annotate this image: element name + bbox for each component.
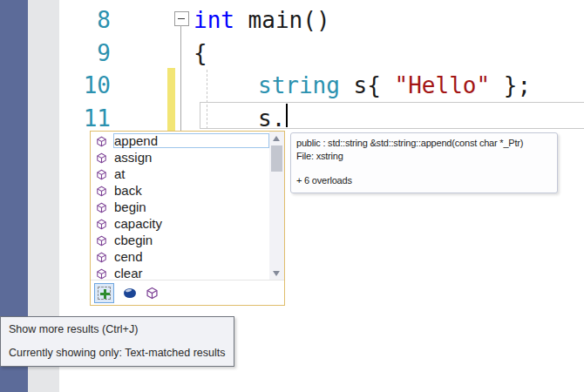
keywords-filter-icon[interactable] — [124, 288, 136, 298]
scroll-down-icon[interactable] — [273, 271, 280, 276]
completion-item-box: cend — [113, 249, 269, 264]
results-status-tooltip: Show more results (Ctrl+J) Currently sho… — [0, 316, 234, 367]
completion-item-label: back — [114, 183, 142, 198]
completion-item[interactable]: back — [91, 182, 269, 199]
vs-editor-window: 891011 int main(){string s{ "Hello" };s.… — [0, 0, 584, 392]
method-cube-icon — [96, 218, 107, 229]
current-line-highlight — [200, 102, 584, 129]
outline-scope-line — [180, 25, 181, 131]
scroll-up-icon[interactable] — [273, 136, 280, 141]
text-caret — [286, 104, 288, 127]
completion-item-label: at — [114, 166, 126, 181]
signature-text: public : std::string &std::string::appen… — [296, 137, 552, 150]
method-cube-icon — [96, 267, 107, 279]
completion-item-box: clear — [113, 266, 269, 280]
method-cube-icon — [96, 152, 107, 163]
method-cube-icon — [96, 185, 107, 196]
completion-item-box: at — [113, 166, 269, 181]
show-more-results-hint: Show more results (Ctrl+J) — [9, 323, 226, 335]
method-cube-icon — [96, 234, 107, 246]
collapse-minus-icon — [178, 18, 185, 19]
completion-item-label: cend — [114, 249, 143, 264]
completion-item-box: back — [113, 183, 269, 198]
code-token: s{ — [340, 72, 395, 98]
code-token: string — [258, 72, 340, 98]
completion-item[interactable]: cend — [91, 248, 269, 265]
completion-item-box: append — [113, 133, 269, 148]
completion-item[interactable]: cbegin — [91, 232, 269, 248]
method-cube-icon — [96, 135, 107, 146]
code-token: int — [194, 7, 234, 33]
code-line[interactable]: { — [194, 37, 207, 70]
method-cube-icon — [96, 251, 107, 262]
completion-item-label: begin — [114, 199, 146, 214]
signature-file: File: xstring — [296, 150, 552, 163]
completion-item[interactable]: at — [91, 166, 269, 182]
completion-item[interactable]: capacity — [91, 215, 269, 232]
scrollbar-thumb[interactable] — [271, 145, 282, 172]
completion-item[interactable]: begin — [91, 199, 269, 215]
code-token: }; — [490, 72, 531, 98]
completion-item-box: begin — [113, 199, 269, 214]
completion-item-label: assign — [114, 150, 152, 165]
completion-item-box: cbegin — [113, 233, 269, 247]
code-line[interactable]: string s{ "Hello" }; — [258, 70, 531, 102]
overloads-count: + 6 overloads — [296, 174, 552, 187]
completion-item-label: cbegin — [114, 233, 153, 247]
line-number: 8 — [59, 4, 111, 37]
completion-item-box: assign — [113, 150, 269, 165]
method-cube-icon — [96, 201, 107, 213]
methods-filter-icon[interactable] — [146, 287, 159, 300]
code-token: { — [194, 40, 207, 66]
completion-item[interactable]: assign — [91, 149, 269, 166]
method-cube-icon — [96, 168, 107, 179]
code-line[interactable]: int main() — [194, 4, 330, 37]
completion-list: appendassignatbackbegincapacitycbegincen… — [91, 132, 269, 281]
signature-tooltip: public : std::string &std::string::appen… — [290, 132, 558, 193]
show-more-results-icon[interactable] — [94, 283, 114, 303]
line-number: 11 — [59, 103, 111, 135]
completion-item-label: append — [114, 133, 158, 148]
completion-item-box: capacity — [113, 216, 269, 231]
code-token: main() — [234, 7, 330, 33]
completion-item[interactable]: append — [91, 132, 269, 149]
code-token: "Hello" — [395, 72, 491, 98]
intellisense-popup: appendassignatbackbegincapacitycbegincen… — [90, 131, 285, 306]
changed-lines-bar — [167, 68, 175, 131]
completion-scrollbar[interactable] — [269, 132, 284, 280]
completion-filter-toolbar — [91, 280, 284, 305]
filter-status-text: Currently showing only: Text-matched res… — [9, 347, 226, 359]
line-number: 9 — [59, 37, 111, 70]
line-number: 10 — [59, 70, 111, 102]
completion-item-label: capacity — [114, 216, 162, 231]
collapse-toggle[interactable] — [174, 11, 189, 26]
completion-item-label: clear — [114, 266, 143, 280]
